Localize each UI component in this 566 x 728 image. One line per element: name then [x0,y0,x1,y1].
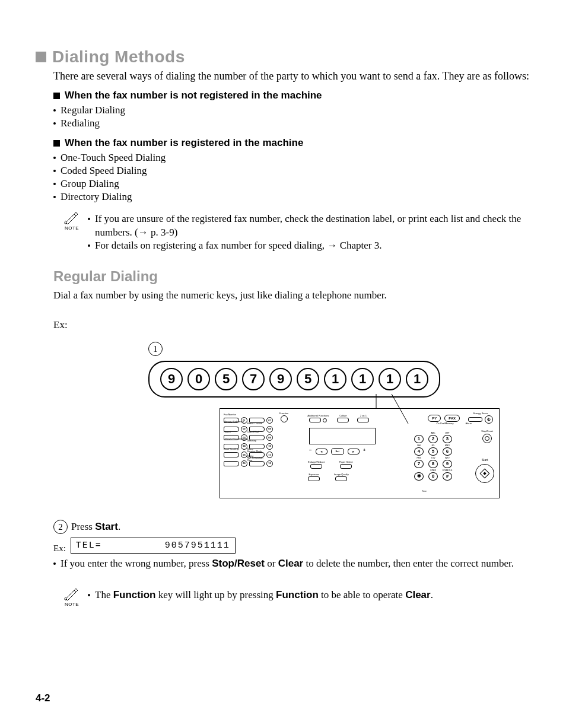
keypad-key-7[interactable]: 7 [414,460,424,468]
enlarge-label: Enlarge/Reduce [308,461,325,463]
2on1-button[interactable] [357,418,369,422]
collate-button[interactable] [337,418,349,422]
additional-functions-button[interactable] [309,418,321,422]
one-touch-label: Space Receive Mode [247,448,262,452]
keypad-key-wrap: OPER0 [428,470,438,481]
registered-list: One-Touch Speed Dialing Coded Speed Dial… [53,151,530,204]
text-span: If you enter the wrong number, press [61,558,212,569]
lcd-left-text: TEL= [76,541,102,551]
energy-saver-button[interactable]: ⏻ [485,415,493,424]
text-span: to be able to operate [319,589,405,600]
image-quality-button[interactable] [335,476,347,481]
start-button[interactable] [475,464,494,483]
fax-mode-button[interactable]: FAX [444,415,460,422]
keypad-key-9[interactable]: 9 [443,460,452,468]
one-touch-number: 09 [266,434,273,441]
bullet-dot [53,196,56,198]
bullet-dot [88,594,90,596]
one-touch-button[interactable] [249,461,265,466]
one-touch-label: + Directory [247,438,256,442]
note-block-2: NOTE The Function key will light up by p… [63,589,530,607]
paper-select-button[interactable] [340,464,352,469]
list-item-text: Directory Dialing [61,190,132,204]
keypad-key-0[interactable]: 0 [428,472,438,481]
note-icon-column: NOTE [63,212,81,253]
one-touch-button[interactable] [224,461,239,466]
keypad-key-wrap: ABC2 [428,433,438,443]
keypad-key-2[interactable]: 2 [428,435,438,443]
step-2-row: 2 Press Start. [53,520,530,534]
one-touch-number: 10 [266,443,273,450]
one-touch-label: Redial / Pause [247,422,262,425]
keypad-key-5[interactable]: 5 [428,447,438,456]
alarm-label: Alarm [466,422,472,425]
keypad-key-#[interactable]: # [443,472,452,481]
keypad-key-6[interactable]: 6 [443,447,452,456]
heading-1-bullet [36,52,46,62]
example-label-small: Ex: [53,543,66,554]
2on1-label: 2 on 1 [360,415,367,417]
set-button[interactable]: Set [331,448,344,455]
exposure-button[interactable] [308,476,320,481]
step-number-2: 2 [53,520,68,534]
h3-text: When the fax number is registered in the… [65,137,303,149]
bullet-dot [53,157,56,159]
stop-reset-button[interactable] [482,434,492,443]
left-arrow-button[interactable]: ◄ [316,449,327,454]
keypad-key-4[interactable]: 4 [414,447,424,456]
control-panel-wrap: Fax Monitor0107 Memory ReferenceRedial /… [220,408,504,498]
note-items: The Function key will light up by pressi… [88,589,530,607]
text-span: Press [71,521,95,532]
keypad-key-3[interactable]: 3 [443,435,452,443]
keypad-key-8[interactable]: 8 [428,460,438,468]
on-use-memory-label: On Use/Memory [436,422,453,425]
one-touch-number: 08 [266,426,273,433]
step-2-text: Press Start. [71,521,120,533]
stop-reset-label: Stop/Reset [481,430,493,433]
numeric-keypad: 1ABC2DEF3GHI4JKL5MNO6PRS7TUV8WXY9✱OPER0S… [414,433,453,481]
digit-key: 5 [215,368,237,390]
note-item: The Function key will light up by pressi… [88,589,530,602]
wrong-number-text: If you enter the wrong number, press Sto… [61,557,530,571]
h3-bullet [53,93,60,99]
note-text-span: For details on registering a fax number … [95,240,327,251]
bullet-dot [53,109,56,112]
one-touch-number: 07 [266,417,273,424]
pencil-note-icon [64,589,80,600]
note-text: For details on registering a fax number … [95,239,381,253]
lcd-display-box: TEL= 9057951111 [71,538,236,554]
control-panel: Fax Monitor0107 Memory ReferenceRedial /… [220,408,500,498]
energy-saver: Energy Saver ⏻ [468,412,493,424]
list-item-text: Group Dialing [61,177,119,190]
additional-functions-label: Additional Functions [307,415,329,417]
energy-saver-pill [468,417,482,422]
image-quality-label: Image Quality [334,473,349,476]
heading-2: Regular Dialing [53,268,530,285]
one-touch-label: Book Sending [224,448,239,450]
list-item-text: Redialing [61,117,100,130]
note-label: NOTE [65,602,79,607]
bullet-dot [53,170,56,172]
copy-mode-button[interactable]: PY [428,415,441,422]
function-button[interactable] [281,415,288,422]
keypad-key-wrap: SYMBOLS# [442,470,453,481]
keypad-key-1[interactable]: 1 [414,435,424,443]
function-key-name: Function [113,589,156,600]
stop-reset: Stop/Reset [481,430,493,443]
one-touch-column: Fax Monitor0107 Memory ReferenceRedial /… [224,417,295,469]
note-icon-column: NOTE [63,589,81,607]
arrow-icon: → [138,227,148,238]
digit-key: 0 [187,368,210,390]
keypad-key-✱[interactable]: ✱ [414,472,424,481]
note-label: NOTE [65,225,79,231]
not-registered-list: Regular Dialing Redialing [53,104,530,130]
tone-label: Tone [422,491,427,493]
right-arrow-button[interactable]: ► [348,449,360,454]
list-item-text: Regular Dialing [61,104,125,117]
one-touch-button[interactable] [224,452,239,457]
heading-1-text: Dialing Methods [52,47,185,66]
enlarge-button[interactable] [310,464,322,469]
paper-select-label: Paper Select [339,461,353,463]
note-item: If you are unsure of the registered fax … [88,212,530,240]
function-row: Function Additional Functions Collate 2 … [279,412,369,422]
